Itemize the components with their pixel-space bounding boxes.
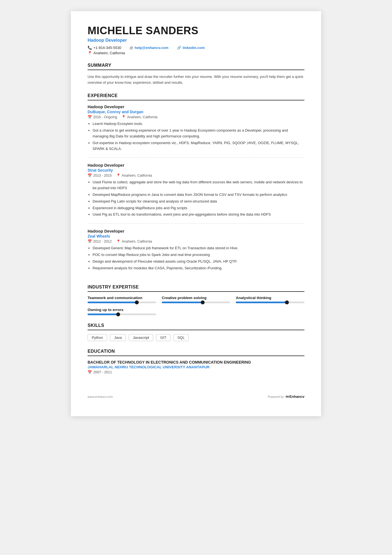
contact-row-1: 📞 +1-914-345-5530 @ help@enhancv.com 🔗 l… bbox=[88, 46, 304, 50]
job-bullets-2: Used Flume to collect, aggregate and sto… bbox=[88, 179, 304, 218]
job-location-3: 📍 Anaheim, California bbox=[116, 239, 152, 243]
expertise-label-2: Analystical thinking bbox=[236, 296, 304, 300]
location-text: Anaheim, California bbox=[93, 51, 125, 55]
edu-meta-0: 📅 2007 - 2011 bbox=[88, 370, 304, 374]
skill-tag-3: GIT bbox=[156, 334, 170, 341]
skills-tags: Python Java Javascript GIT SQL bbox=[88, 334, 304, 341]
company-1: DuBuque, Conroy and Durgan bbox=[88, 110, 304, 114]
expertise-title: INDUSTRY EXPERTISE bbox=[88, 285, 304, 292]
edu-school-0: JAWAHARLAL NEHRU TECHNOLOGICAL UNIVERSIT… bbox=[88, 365, 304, 369]
education-section: EDUCATION BACHELOR OF TECHNOLOGY IN ELEC… bbox=[88, 349, 304, 374]
summary-title: SUMMARY bbox=[88, 63, 304, 70]
skill-tag-0: Python bbox=[88, 334, 107, 341]
job-meta-2: 📅 2013 - 2015 📍 Anaheim, California bbox=[88, 173, 304, 177]
expertise-grid: Teamwork and communication Creative prob… bbox=[88, 296, 304, 303]
bullet-3-0: Developed Generic Map Reduce job framewo… bbox=[93, 245, 304, 251]
expertise-item-3: Owning up to errors bbox=[88, 308, 156, 315]
location-icon: 📍 bbox=[88, 51, 92, 55]
job-title-2: Hadoop Developer bbox=[88, 163, 304, 167]
experience-job-2: Hadoop Developer Strat Security 📅 2013 -… bbox=[88, 163, 304, 224]
candidate-title: Hadoop Developer bbox=[88, 38, 304, 43]
bullet-3-3: Requirement analysis for modules like CA… bbox=[93, 265, 304, 271]
skill-bar-fill-2 bbox=[236, 302, 287, 303]
header: MICHELLE SANDERS Hadoop Developer 📞 +1-9… bbox=[88, 25, 304, 55]
job-dates-3: 📅 2012 - 2012 bbox=[88, 239, 112, 243]
skill-bar-track-2 bbox=[236, 302, 304, 303]
job-bullets-1: Learnt Hadoop Ecosytem tools. Got a chan… bbox=[88, 121, 304, 152]
experience-title: EXPERIENCE bbox=[88, 93, 304, 100]
phone-contact: 📞 +1-914-345-5530 bbox=[88, 46, 121, 50]
bullet-3-2: Design and development of Flexcube relat… bbox=[93, 259, 304, 265]
bullet-2-1: Developed MapReduce programs in Java to … bbox=[93, 192, 304, 198]
email-link[interactable]: help@enhancv.com bbox=[135, 46, 168, 50]
pin-icon-3: 📍 bbox=[116, 239, 121, 243]
experience-job-1: Hadoop Developer DuBuque, Conroy and Dur… bbox=[88, 104, 304, 158]
calendar-icon-1: 📅 bbox=[88, 115, 92, 119]
expertise-section: INDUSTRY EXPERTISE Teamwork and communic… bbox=[88, 285, 304, 315]
logo-icon: ∞ bbox=[286, 394, 288, 399]
job-meta-1: 📅 2016 - Ongoing 📍 Anaheim, California bbox=[88, 115, 304, 119]
experience-section: EXPERIENCE Hadoop Developer DuBuque, Con… bbox=[88, 93, 304, 277]
link-icon: 🔗 bbox=[177, 46, 181, 50]
skill-bar-fill-1 bbox=[162, 302, 203, 303]
company-3: Zeal Wheels bbox=[88, 234, 304, 238]
bullet-1-1: Got a chance to get working experience o… bbox=[93, 128, 304, 139]
bullet-2-4: Used Pig as ETL tool to do transformatio… bbox=[93, 212, 304, 218]
bullet-1-2: Got expertise in Hadoop ecosystem compon… bbox=[93, 140, 304, 152]
skill-tag-1: Java bbox=[110, 334, 126, 341]
job-bullets-3: Developed Generic Map Reduce job framewo… bbox=[88, 245, 304, 271]
expertise-item-1: Creative problem solving bbox=[162, 296, 230, 303]
bullet-3-1: POC to convert Map Reduce jobs to Spark … bbox=[93, 252, 304, 258]
calendar-icon-3: 📅 bbox=[88, 239, 92, 243]
linkedin-link[interactable]: linkedin.com bbox=[183, 46, 205, 50]
skill-bar-fill-0 bbox=[88, 302, 137, 303]
calendar-icon-edu: 📅 bbox=[88, 370, 92, 374]
summary-section: SUMMARY Use this opportunity to intrigue… bbox=[88, 63, 304, 86]
job-title-1: Hadoop Developer bbox=[88, 104, 304, 109]
bullet-2-3: Experienced in debugging MapReduce jobs … bbox=[93, 205, 304, 211]
footer: www.enhancv.com Powered by ∞ Enhancv bbox=[88, 391, 304, 399]
job-location-2: 📍 Anaheim, California bbox=[116, 173, 152, 177]
footer-website: www.enhancv.com bbox=[88, 395, 113, 398]
bullet-1-0: Learnt Hadoop Ecosytem tools. bbox=[93, 121, 304, 127]
footer-brand: Powered by ∞ Enhancv bbox=[268, 394, 304, 399]
job-title-3: Hadoop Developer bbox=[88, 229, 304, 233]
job-location-1: 📍 Anaheim, California bbox=[121, 115, 157, 119]
calendar-icon-2: 📅 bbox=[88, 173, 92, 177]
expertise-item-0: Teamwork and communication bbox=[88, 296, 156, 303]
email-contact: @ help@enhancv.com bbox=[130, 46, 168, 50]
pin-icon-2: 📍 bbox=[116, 173, 121, 177]
company-2: Strat Security bbox=[88, 168, 304, 172]
bullet-2-2: Developed Pig Latin scripts for cleansin… bbox=[93, 199, 304, 204]
skills-title: SKILLS bbox=[88, 323, 304, 330]
skills-section: SKILLS Python Java Javascript GIT SQL bbox=[88, 323, 304, 341]
job-dates-2: 📅 2013 - 2015 bbox=[88, 173, 112, 177]
expertise-item-2: Analystical thinking bbox=[236, 296, 304, 303]
expertise-label-3: Owning up to errors bbox=[88, 308, 156, 312]
expertise-row2: Owning up to errors bbox=[88, 308, 304, 315]
candidate-name: MICHELLE SANDERS bbox=[88, 25, 304, 37]
expertise-label-0: Teamwork and communication bbox=[88, 296, 156, 300]
edu-dates-0: 2007 - 2011 bbox=[93, 370, 112, 374]
email-icon: @ bbox=[130, 46, 133, 50]
summary-text: Use this opportunity to intrigue and dra… bbox=[88, 74, 304, 86]
skill-bar-track-0 bbox=[88, 302, 156, 303]
phone-number: +1-914-345-5530 bbox=[93, 46, 121, 50]
contact-row-2: 📍 Anaheim, California bbox=[88, 51, 304, 55]
skill-tag-2: Javascript bbox=[129, 334, 153, 341]
job-dates-1: 📅 2016 - Ongoing bbox=[88, 115, 117, 119]
skill-bar-track-3 bbox=[88, 314, 156, 315]
pin-icon-1: 📍 bbox=[121, 115, 126, 119]
location-contact: 📍 Anaheim, California bbox=[88, 51, 125, 55]
logo-text: Enhancv bbox=[289, 394, 304, 399]
skill-bar-fill-3 bbox=[88, 314, 118, 315]
education-title: EDUCATION bbox=[88, 349, 304, 356]
edu-block-0: BACHELOR OF TECHNOLOGY IN ELECTRONICS AN… bbox=[88, 360, 304, 374]
skill-tag-4: SQL bbox=[173, 334, 189, 341]
phone-icon: 📞 bbox=[88, 46, 92, 50]
resume-page: MICHELLE SANDERS Hadoop Developer 📞 +1-9… bbox=[71, 11, 321, 416]
bullet-2-0: Used Flume to collect, aggregate and sto… bbox=[93, 179, 304, 191]
expertise-label-1: Creative problem solving bbox=[162, 296, 230, 300]
linkedin-contact: 🔗 linkedin.com bbox=[177, 46, 205, 50]
powered-by-text: Powered by bbox=[268, 395, 284, 398]
